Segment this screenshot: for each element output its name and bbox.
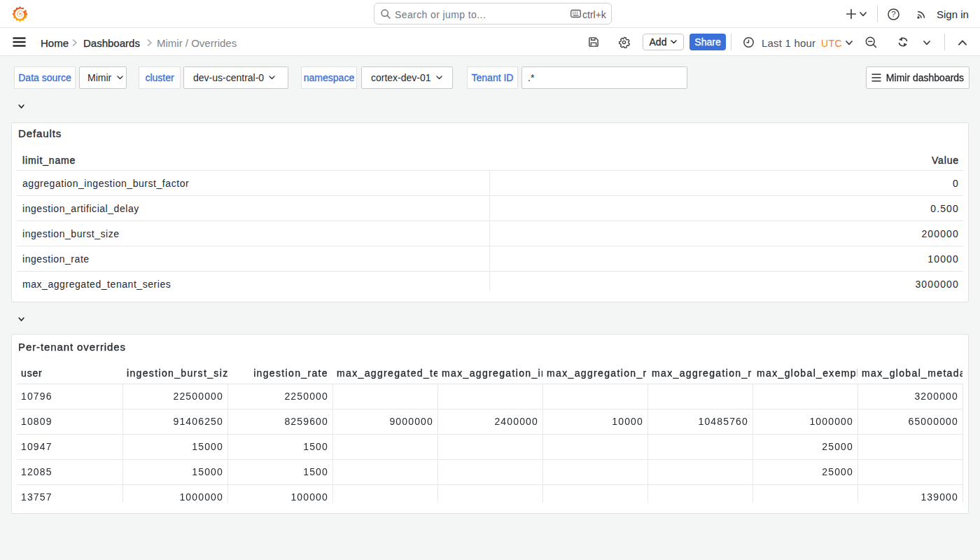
svg-text:?: ? [891,10,895,18]
